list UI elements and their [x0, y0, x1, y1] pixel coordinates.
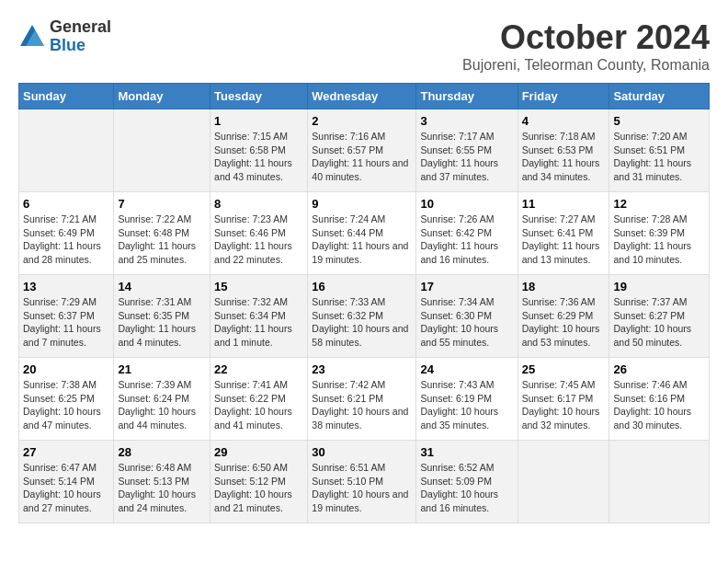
logo-blue-text: Blue [50, 37, 111, 55]
day-info: Sunrise: 7:34 AMSunset: 6:30 PMDaylight:… [420, 295, 513, 350]
calendar-cell: 22Sunrise: 7:41 AMSunset: 6:22 PMDayligh… [210, 358, 308, 441]
day-info: Sunrise: 7:22 AMSunset: 6:48 PMDaylight:… [118, 213, 206, 267]
calendar-cell: 9Sunrise: 7:24 AMSunset: 6:44 PMDaylight… [308, 192, 416, 275]
logo-general-text: General [50, 18, 111, 37]
calendar-week-row: 6Sunrise: 7:21 AMSunset: 6:49 PMDaylight… [19, 192, 710, 275]
calendar-cell: 31Sunrise: 6:52 AMSunset: 5:09 PMDayligh… [416, 441, 518, 523]
calendar-cell [518, 441, 609, 523]
day-info: Sunrise: 7:42 AMSunset: 6:21 PMDaylight:… [312, 378, 412, 432]
day-info: Sunrise: 7:37 AMSunset: 6:27 PMDaylight:… [613, 295, 705, 350]
weekday-header-saturday: Saturday [609, 84, 710, 109]
day-info: Sunrise: 7:46 AMSunset: 6:16 PMDaylight:… [613, 378, 705, 432]
calendar-cell: 3Sunrise: 7:17 AMSunset: 6:55 PMDaylight… [416, 109, 518, 192]
calendar-cell: 1Sunrise: 7:15 AMSunset: 6:58 PMDaylight… [210, 109, 308, 192]
calendar-week-row: 27Sunrise: 6:47 AMSunset: 5:14 PMDayligh… [19, 441, 710, 523]
day-number: 24 [420, 362, 513, 376]
calendar-week-row: 20Sunrise: 7:38 AMSunset: 6:25 PMDayligh… [19, 358, 710, 441]
calendar-cell: 4Sunrise: 7:18 AMSunset: 6:53 PMDaylight… [518, 109, 609, 192]
calendar-cell [114, 109, 210, 192]
day-number: 4 [522, 114, 606, 128]
calendar-cell: 16Sunrise: 7:33 AMSunset: 6:32 PMDayligh… [308, 275, 416, 358]
calendar-cell [609, 441, 710, 523]
day-number: 10 [420, 197, 513, 211]
calendar-body: 1Sunrise: 7:15 AMSunset: 6:58 PMDaylight… [19, 109, 710, 523]
page-header: General Blue October 2024 Bujoreni, Tele… [18, 18, 710, 74]
day-info: Sunrise: 7:28 AMSunset: 6:39 PMDaylight:… [613, 213, 705, 267]
calendar-cell: 2Sunrise: 7:16 AMSunset: 6:57 PMDaylight… [308, 109, 416, 192]
day-number: 19 [613, 280, 705, 293]
calendar-cell: 21Sunrise: 7:39 AMSunset: 6:24 PMDayligh… [114, 358, 210, 441]
day-number: 23 [312, 362, 412, 376]
day-info: Sunrise: 7:16 AMSunset: 6:57 PMDaylight:… [312, 130, 412, 184]
day-info: Sunrise: 7:45 AMSunset: 6:17 PMDaylight:… [522, 378, 606, 432]
day-number: 30 [312, 445, 412, 459]
weekday-header-monday: Monday [114, 84, 210, 109]
weekday-header-friday: Friday [518, 84, 609, 109]
calendar-cell: 27Sunrise: 6:47 AMSunset: 5:14 PMDayligh… [19, 441, 114, 523]
day-number: 13 [23, 280, 109, 293]
day-info: Sunrise: 7:31 AMSunset: 6:35 PMDaylight:… [118, 295, 206, 350]
day-info: Sunrise: 7:41 AMSunset: 6:22 PMDaylight:… [214, 378, 303, 432]
weekday-header-wednesday: Wednesday [308, 84, 416, 109]
calendar-cell [19, 109, 114, 192]
calendar-cell: 15Sunrise: 7:32 AMSunset: 6:34 PMDayligh… [210, 275, 308, 358]
day-info: Sunrise: 7:24 AMSunset: 6:44 PMDaylight:… [312, 213, 412, 267]
day-info: Sunrise: 7:43 AMSunset: 6:19 PMDaylight:… [420, 378, 513, 432]
day-number: 9 [312, 197, 412, 211]
subtitle: Bujoreni, Teleorman County, Romania [462, 57, 710, 74]
day-info: Sunrise: 6:52 AMSunset: 5:09 PMDaylight:… [420, 461, 513, 515]
day-info: Sunrise: 7:15 AMSunset: 6:58 PMDaylight:… [214, 130, 303, 184]
day-number: 5 [613, 114, 705, 128]
calendar-cell: 6Sunrise: 7:21 AMSunset: 6:49 PMDaylight… [19, 192, 114, 275]
calendar-cell: 7Sunrise: 7:22 AMSunset: 6:48 PMDaylight… [114, 192, 210, 275]
day-number: 14 [118, 280, 206, 293]
day-info: Sunrise: 7:38 AMSunset: 6:25 PMDaylight:… [23, 378, 109, 432]
day-info: Sunrise: 7:21 AMSunset: 6:49 PMDaylight:… [23, 213, 109, 267]
calendar-cell: 12Sunrise: 7:28 AMSunset: 6:39 PMDayligh… [609, 192, 710, 275]
day-number: 2 [312, 114, 412, 128]
day-info: Sunrise: 7:26 AMSunset: 6:42 PMDaylight:… [420, 213, 513, 267]
day-number: 26 [613, 362, 705, 376]
day-info: Sunrise: 7:27 AMSunset: 6:41 PMDaylight:… [522, 213, 606, 267]
calendar-cell: 8Sunrise: 7:23 AMSunset: 6:46 PMDaylight… [210, 192, 308, 275]
calendar-cell: 10Sunrise: 7:26 AMSunset: 6:42 PMDayligh… [416, 192, 518, 275]
day-number: 3 [420, 114, 513, 128]
weekday-header-thursday: Thursday [416, 84, 518, 109]
calendar-week-row: 1Sunrise: 7:15 AMSunset: 6:58 PMDaylight… [19, 109, 710, 192]
day-number: 27 [23, 445, 109, 459]
day-info: Sunrise: 7:39 AMSunset: 6:24 PMDaylight:… [118, 378, 206, 432]
calendar-cell: 20Sunrise: 7:38 AMSunset: 6:25 PMDayligh… [19, 358, 114, 441]
day-info: Sunrise: 6:47 AMSunset: 5:14 PMDaylight:… [23, 461, 109, 515]
day-info: Sunrise: 7:17 AMSunset: 6:55 PMDaylight:… [420, 130, 513, 184]
day-number: 17 [420, 280, 513, 293]
day-number: 15 [214, 280, 303, 293]
day-number: 29 [214, 445, 303, 459]
calendar-cell: 23Sunrise: 7:42 AMSunset: 6:21 PMDayligh… [308, 358, 416, 441]
logo-icon [18, 23, 46, 51]
calendar-cell: 19Sunrise: 7:37 AMSunset: 6:27 PMDayligh… [609, 275, 710, 358]
day-number: 28 [118, 445, 206, 459]
day-number: 21 [118, 362, 206, 376]
calendar-header: SundayMondayTuesdayWednesdayThursdayFrid… [19, 84, 710, 109]
calendar-cell: 30Sunrise: 6:51 AMSunset: 5:10 PMDayligh… [308, 441, 416, 523]
logo: General Blue [18, 18, 111, 55]
day-info: Sunrise: 6:48 AMSunset: 5:13 PMDaylight:… [118, 461, 206, 515]
day-info: Sunrise: 7:33 AMSunset: 6:32 PMDaylight:… [312, 295, 412, 350]
calendar-cell: 17Sunrise: 7:34 AMSunset: 6:30 PMDayligh… [416, 275, 518, 358]
day-number: 25 [522, 362, 606, 376]
calendar-cell: 5Sunrise: 7:20 AMSunset: 6:51 PMDaylight… [609, 109, 710, 192]
month-title: October 2024 [462, 18, 710, 57]
calendar-cell: 13Sunrise: 7:29 AMSunset: 6:37 PMDayligh… [19, 275, 114, 358]
day-info: Sunrise: 6:50 AMSunset: 5:12 PMDaylight:… [214, 461, 303, 515]
calendar-cell: 29Sunrise: 6:50 AMSunset: 5:12 PMDayligh… [210, 441, 308, 523]
day-info: Sunrise: 6:51 AMSunset: 5:10 PMDaylight:… [312, 461, 412, 515]
weekday-header-sunday: Sunday [19, 84, 114, 109]
calendar-week-row: 13Sunrise: 7:29 AMSunset: 6:37 PMDayligh… [19, 275, 710, 358]
day-info: Sunrise: 7:23 AMSunset: 6:46 PMDaylight:… [214, 213, 303, 267]
title-area: October 2024 Bujoreni, Teleorman County,… [462, 18, 710, 74]
day-number: 31 [420, 445, 513, 459]
calendar-table: SundayMondayTuesdayWednesdayThursdayFrid… [18, 83, 710, 523]
calendar-cell: 25Sunrise: 7:45 AMSunset: 6:17 PMDayligh… [518, 358, 609, 441]
calendar-cell: 14Sunrise: 7:31 AMSunset: 6:35 PMDayligh… [114, 275, 210, 358]
day-number: 6 [23, 197, 109, 211]
